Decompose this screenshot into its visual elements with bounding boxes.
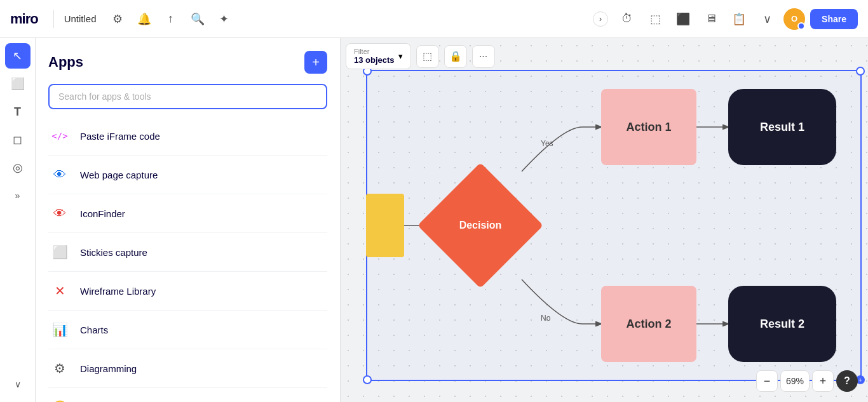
app-label-webpage: Web page capture <box>80 170 158 180</box>
app-label-wireframe: Wireframe Library <box>80 286 156 297</box>
notes-icon[interactable]: 📋 <box>728 8 750 30</box>
sidebar-tool-sticky[interactable]: ◻ <box>5 127 31 152</box>
zoom-controls: − 69% + ? <box>756 370 858 392</box>
app-icon-webpage: 👁 <box>48 163 71 186</box>
sidebar-tool-more[interactable]: » <box>5 183 31 208</box>
avatar: O <box>783 8 805 30</box>
app-item-iframe[interactable]: </>Paste iFrame code <box>48 117 327 156</box>
start-shape[interactable] <box>366 194 404 257</box>
apps-list: </>Paste iFrame code👁Web page capture👁Ic… <box>48 117 327 402</box>
app-icon-iframe: </> <box>48 124 71 147</box>
share-upload-icon[interactable]: ↑ <box>160 8 182 30</box>
app-item-charts[interactable]: 📊Charts <box>48 311 327 349</box>
app-icon-diagramming: ⚙ <box>48 357 71 380</box>
apps-panel-header: Apps + <box>48 51 327 74</box>
sidebar-tool-frames[interactable]: ⬜ <box>5 71 31 97</box>
settings-icon[interactable]: ⚙ <box>107 8 128 30</box>
result1-shape[interactable]: Result 1 <box>728 89 836 165</box>
avatar-badge <box>797 22 805 30</box>
app-item-wireframe[interactable]: ✕Wireframe Library <box>48 272 327 311</box>
filter-count: 13 objects <box>354 55 395 65</box>
zoom-in-button[interactable]: + <box>812 370 834 392</box>
bell-icon[interactable]: 🔔 <box>133 8 155 30</box>
app-icon-stickies: ⬜ <box>48 241 71 264</box>
apps-add-button[interactable]: + <box>304 51 327 74</box>
app-item-stickies[interactable]: ⬜Stickies capture <box>48 233 327 272</box>
app-icon-iconfinder: 👁 <box>48 202 71 225</box>
more-options-icon[interactable]: ··· <box>472 45 495 68</box>
topbar: miro Untitled ⚙ 🔔 ↑ 🔍 ✦ › ⏱ ⬚ ⬛ 🖥 📋 ∨ O … <box>0 0 868 38</box>
search-icon[interactable]: 🔍 <box>187 8 208 30</box>
apps-panel: Apps + </>Paste iFrame code👁Web page cap… <box>36 38 341 402</box>
apps-panel-title: Apps <box>48 54 83 70</box>
fit-to-frame-icon[interactable]: ⬚ <box>416 45 439 68</box>
app-label-stickies: Stickies capture <box>80 247 147 258</box>
app-item-stickers[interactable]: 😀Stickers and Emojis <box>48 388 327 402</box>
decision-label: Decision <box>459 220 502 231</box>
frames-icon[interactable]: ⬚ <box>644 8 667 30</box>
apps-search-input[interactable] <box>48 84 327 109</box>
help-button[interactable]: ? <box>836 370 858 392</box>
logo-divider <box>53 10 54 28</box>
document-title[interactable]: Untitled <box>64 13 97 24</box>
decision-shape[interactable]: Decision <box>417 168 544 283</box>
filter-bar: Filter 13 objects ▾ ⬚ 🔒 ··· <box>346 43 495 69</box>
more-tools-icon[interactable]: ∨ <box>756 8 778 30</box>
miro-logo: miro <box>10 11 38 27</box>
zoom-level-label: 69% <box>780 370 810 392</box>
timer-icon[interactable]: ⏱ <box>616 8 639 30</box>
corner-handle-tr[interactable] <box>856 67 865 76</box>
filter-button[interactable]: Filter 13 objects ▾ <box>346 43 411 69</box>
app-label-charts: Charts <box>80 325 108 335</box>
app-label-iframe: Paste iFrame code <box>80 131 160 142</box>
topbar-expand-icon[interactable]: › <box>593 11 608 27</box>
lock-icon[interactable]: 🔒 <box>444 45 467 68</box>
app-icon-wireframe: ✕ <box>48 279 71 302</box>
presentation-icon[interactable]: 🖥 <box>700 8 722 30</box>
diagram: + Yes No Dec <box>353 70 868 402</box>
app-icon-charts: 📊 <box>48 318 71 341</box>
sidebar-tool-collapse[interactable]: ∨ <box>5 372 31 397</box>
app-item-iconfinder[interactable]: 👁IconFinder <box>48 194 327 233</box>
app-icon-stickers: 😀 <box>48 396 71 402</box>
reaction-icon[interactable]: ⬛ <box>672 8 695 30</box>
action1-shape[interactable]: Action 1 <box>601 89 696 165</box>
topbar-right: › ⏱ ⬚ ⬛ 🖥 📋 ∨ O Share <box>593 8 858 30</box>
share-button[interactable]: Share <box>810 9 858 29</box>
app-item-diagramming[interactable]: ⚙Diagramming <box>48 349 327 388</box>
left-sidebar: ↖ ⬜ T ◻ ◎ » ∨ <box>0 38 36 402</box>
sidebar-tool-cursor[interactable]: ↖ <box>5 43 31 69</box>
canvas-area[interactable]: Filter 13 objects ▾ ⬚ 🔒 ··· + <box>341 38 868 402</box>
zoom-out-button[interactable]: − <box>756 370 778 392</box>
corner-handle-bl[interactable] <box>363 375 372 384</box>
cursor-magic-icon[interactable]: ✦ <box>214 8 235 30</box>
app-label-iconfinder: IconFinder <box>80 208 125 219</box>
app-item-webpage[interactable]: 👁Web page capture <box>48 156 327 194</box>
chevron-down-icon: ▾ <box>398 51 403 61</box>
sidebar-tool-text[interactable]: T <box>5 99 31 124</box>
app-label-diagramming: Diagramming <box>80 363 137 374</box>
filter-label: Filter <box>354 48 395 55</box>
result2-shape[interactable]: Result 2 <box>728 286 836 362</box>
action2-shape[interactable]: Action 2 <box>601 286 696 362</box>
sidebar-tool-connect[interactable]: ◎ <box>5 155 31 180</box>
